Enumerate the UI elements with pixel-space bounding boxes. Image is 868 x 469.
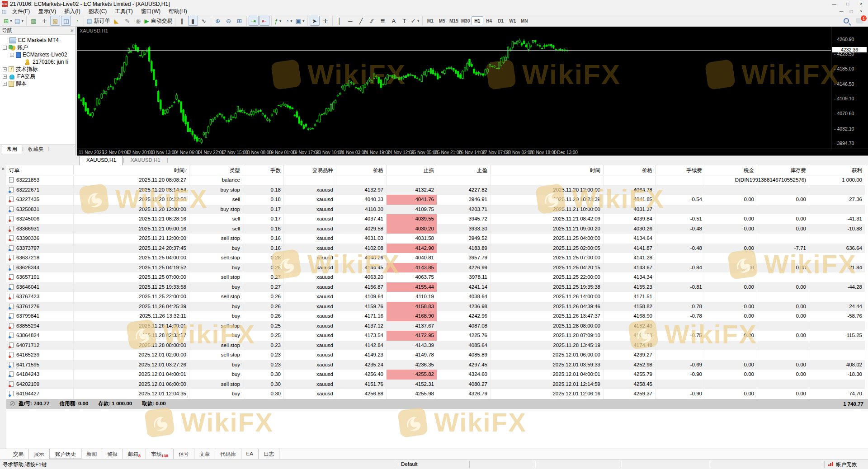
column-header-price2[interactable]: 价格 [604, 165, 656, 175]
fibonacci-button[interactable]: ≣ [378, 16, 388, 26]
trendline-button[interactable]: ╱ [356, 16, 366, 26]
collapse-icon[interactable]: - [3, 46, 7, 50]
arrows-button[interactable]: ✓▼ [410, 16, 420, 26]
dropdown-arrow-icon[interactable]: ▼ [9, 19, 13, 23]
period-MN-button[interactable]: MN [519, 16, 530, 25]
terminal-tab-6[interactable]: 市场138 [146, 449, 174, 459]
history-row[interactable]: 636460412025.11.25 19:33:58buy0.27xauusd… [6, 282, 865, 292]
tree-item-[interactable]: +ƒ技术指标 [0, 66, 75, 73]
navigator-tab-0[interactable]: 常用 [2, 145, 22, 154]
periods-list-button[interactable]: ◔▼ [284, 16, 294, 26]
dropdown-arrow-icon[interactable]: ▼ [279, 19, 282, 23]
market-watch-button[interactable]: ▥ [28, 16, 38, 26]
bars-chart-button[interactable]: ∥ [177, 16, 187, 26]
dropdown-arrow-icon[interactable]: ▼ [417, 19, 420, 23]
history-row[interactable]: 641715952025.12.01 03:27:26buy0.23xauusd… [6, 360, 865, 370]
close-button[interactable]: × [854, 0, 868, 8]
terminal-tab-11[interactable]: 日志 [259, 449, 279, 459]
metaeditor-button[interactable]: ✎ [123, 16, 132, 26]
terminal-tab-7[interactable]: 信号 [174, 449, 194, 459]
tree-item-ECMarketsMT4[interactable]: EC Markets MT4 [0, 37, 75, 44]
history-row[interactable]: 640717122025.11.28 08:00:00sell stop0.23… [6, 341, 865, 351]
time-axis[interactable]: 11 Nov 202512 Nov 04:0012 Nov 20:0013 No… [77, 149, 868, 155]
column-header-sl[interactable]: 止损 [387, 165, 437, 175]
menu-W[interactable]: 窗口(W) [137, 8, 165, 15]
indicators-list-button[interactable]: ƒ▼ [274, 16, 283, 26]
period-H4-button[interactable]: H4 [483, 16, 495, 25]
column-header-time2[interactable]: 时间 [491, 165, 604, 175]
maximize-button[interactable]: □ [841, 0, 854, 8]
terminal-tab-4[interactable]: 警报 [102, 449, 123, 459]
terminal-tab-2[interactable]: 账户历史 [50, 449, 81, 459]
status-connection[interactable]: 帐户无效 [824, 461, 868, 468]
tree-item-EA[interactable]: +EA交易 [0, 73, 75, 80]
tile-windows-button[interactable]: ⊞ [235, 16, 245, 26]
terminal-close-icon[interactable]: ✕ [1, 167, 5, 171]
history-row[interactable]: 632450062025.11.21 08:28:16sell0.17xauus… [6, 214, 865, 224]
autotrading-button[interactable]: ▶自动交易 [144, 16, 173, 26]
period-H1-button[interactable]: H1 [472, 16, 483, 25]
tree-item-[interactable]: +脚本 [0, 80, 75, 87]
chart-window[interactable]: XAUUSD,H1 4232.36 4260.904223.504185.004… [77, 27, 868, 155]
history-row[interactable]: 632226712025.11.20 08:14:54buy stop0.18x… [6, 185, 865, 195]
column-header-time[interactable]: 时间 ∕ [74, 165, 189, 175]
history-row[interactable]: 633903362025.11.21 12:00:00sell stop0.16… [6, 234, 865, 244]
chart-shift-button[interactable]: ⇤ [259, 16, 269, 26]
chart-minimize-button[interactable]: — [836, 8, 846, 14]
history-row[interactable]: 637612762025.11.26 04:25:39buy0.26xauusd… [6, 302, 865, 312]
expand-icon[interactable]: + [3, 67, 7, 71]
history-row[interactable]: 641842432025.12.01 04:00:01buy0.30xauusd… [6, 370, 865, 380]
price-scale[interactable]: 4232.36 4260.904223.504185.004146.504109… [831, 27, 868, 149]
megaphone-button[interactable]: ◣ [112, 16, 122, 26]
column-header-type[interactable]: 类型 [189, 165, 243, 175]
column-header-lots[interactable]: 手数 [243, 165, 284, 175]
tree-item-[interactable]: -账户 [0, 44, 75, 51]
column-header-profit[interactable]: 获利 [809, 165, 865, 175]
history-row[interactable]: 632218532025.11.20 08:08:27balanceD(DIN1… [6, 175, 865, 185]
cursor-button[interactable]: ➤ [310, 16, 320, 26]
period-M15-button[interactable]: M15 [448, 16, 460, 25]
history-row[interactable]: 638552942025.11.26 14:00:01sell stop0.25… [6, 321, 865, 331]
period-D1-button[interactable]: D1 [495, 16, 507, 25]
vertical-line-button[interactable]: │ [335, 16, 344, 26]
history-row[interactable]: 636372182025.11.25 04:00:00sell stop0.28… [6, 253, 865, 263]
menu-V[interactable]: 显示(V) [34, 8, 60, 15]
crosshair-button[interactable]: ✛ [321, 16, 330, 26]
tree-item-ECMarketsLive02[interactable]: -ECMarkets-Live02 [0, 51, 75, 58]
text-label-button[interactable]: T [400, 16, 410, 26]
chart-close-button[interactable]: × [856, 8, 866, 14]
history-row[interactable]: 633737972025.11.24 20:37:45buy0.16xauusd… [6, 244, 865, 253]
channel-button[interactable]: ∕∕ [367, 16, 377, 26]
history-row[interactable]: 637674232025.11.25 22:00:00sell stop0.26… [6, 292, 865, 302]
terminal-tab-10[interactable]: EA [241, 449, 259, 459]
minimize-button[interactable]: — [827, 0, 841, 8]
zoom-in-button[interactable]: ⊕ [213, 16, 223, 26]
candlestick-chart-button[interactable]: ▮ [188, 16, 198, 26]
period-W1-button[interactable]: W1 [507, 16, 519, 25]
menu-F[interactable]: 文件(F) [8, 8, 34, 15]
line-chart-button[interactable]: ∿ [199, 16, 209, 26]
navigator-panel-button[interactable]: ▧ [50, 16, 60, 26]
menu-I[interactable]: 插入(I) [60, 8, 84, 15]
expand-icon[interactable]: + [3, 75, 7, 79]
menu-T[interactable]: 工具(T) [111, 8, 137, 15]
terminal-tab-0[interactable]: 交易 [8, 449, 29, 459]
column-header-tp[interactable]: 止盈 [437, 165, 491, 175]
history-row[interactable]: 632274352025.11.20 10:22:50sell0.18xauus… [6, 195, 865, 205]
chart-tab-1[interactable]: XAUUSD,H1 [124, 156, 167, 166]
auto-scroll-button[interactable]: ⇥ [249, 16, 259, 26]
menu-C[interactable]: 图表(C) [85, 8, 111, 15]
column-header-swap[interactable]: 库存费 [757, 165, 809, 175]
search-icon[interactable] [844, 18, 849, 23]
text-button[interactable]: A [389, 16, 399, 26]
new-order-button[interactable]: ▤新订单 [86, 16, 110, 26]
terminal-panel-button[interactable]: ◫ [61, 16, 71, 26]
history-row[interactable]: 638648242025.11.28 02:33:57buy0.25xauusd… [6, 331, 865, 341]
column-header-comm[interactable]: 手续费 [656, 165, 705, 175]
column-header-price[interactable]: 价格 [336, 165, 387, 175]
collapse-icon[interactable]: - [10, 53, 14, 57]
data-window-button[interactable]: ✛ [39, 16, 49, 26]
candlestick-chart[interactable] [77, 27, 831, 149]
history-row[interactable]: 636571912025.11.25 07:00:00sell stop0.27… [6, 272, 865, 282]
terminal-tab-8[interactable]: 文章 [194, 449, 215, 459]
